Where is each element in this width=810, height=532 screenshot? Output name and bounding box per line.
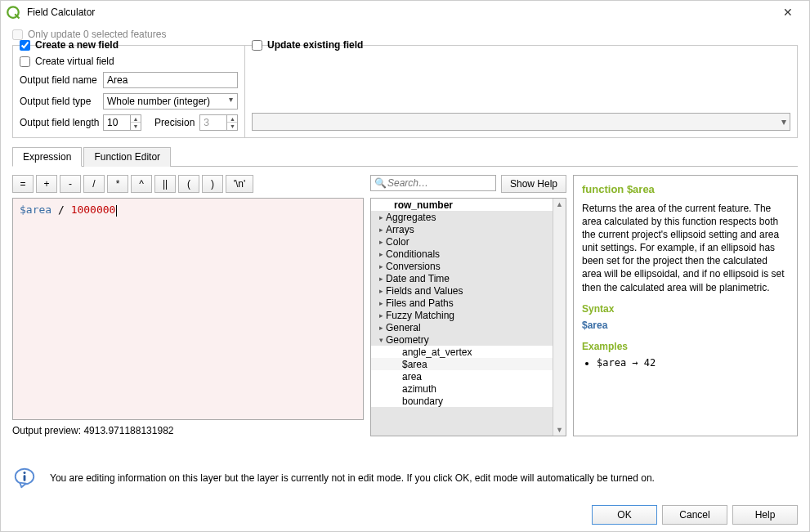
info-icon <box>12 466 37 490</box>
operator-row: = + - / * ^ || ( ) '\n' <box>12 175 364 193</box>
chevron-up-icon[interactable]: ▲ <box>131 115 141 123</box>
tree-item[interactable]: boundary <box>371 395 553 407</box>
update-field-group: Update existing field ▾ <box>244 45 798 138</box>
precision-label: Precision <box>154 117 195 128</box>
tabs: Expression Function Editor <box>12 146 798 167</box>
chevron-down-icon[interactable]: ▼ <box>131 123 141 130</box>
chevron-up-icon[interactable]: ▲ <box>556 200 563 208</box>
tree-item[interactable]: angle_at_vertex <box>371 346 553 358</box>
op-concat[interactable]: || <box>154 175 176 193</box>
output-type-label: Output field type <box>20 96 98 107</box>
output-name-label: Output field name <box>20 74 98 86</box>
expr-var: $area <box>20 203 51 216</box>
tab-expression[interactable]: Expression <box>12 147 82 167</box>
tree-item[interactable]: azimuth <box>371 382 553 395</box>
window-title: Field Calculator <box>24 7 772 18</box>
svg-rect-4 <box>24 475 26 481</box>
help-button[interactable]: Help <box>732 505 798 525</box>
tree-group[interactable]: ▸Fields and Values <box>371 284 553 297</box>
tree-item[interactable]: area <box>371 370 553 382</box>
op-lparen[interactable]: ( <box>178 175 199 193</box>
cancel-button[interactable]: Cancel <box>662 505 727 525</box>
op-div[interactable]: / <box>83 175 105 193</box>
function-tree[interactable]: row_number▸Aggregates▸Arrays▸Color▸Condi… <box>371 199 553 436</box>
create-new-field-label: Create a new field <box>35 39 119 51</box>
chevron-up-icon: ▲ <box>227 115 237 123</box>
output-type-select[interactable]: Whole number (integer) <box>103 93 238 110</box>
op-mul[interactable]: * <box>107 175 128 193</box>
create-virtual-label: Create virtual field <box>35 56 114 67</box>
create-new-field-check[interactable]: Create a new field <box>20 39 238 51</box>
create-field-group: Create a new field Create virtual field … <box>12 45 245 138</box>
close-icon[interactable]: ✕ <box>772 6 804 19</box>
tree-group[interactable]: ▸Conversions <box>371 260 553 272</box>
chevron-down-icon[interactable]: ▼ <box>556 426 563 434</box>
chevron-down-icon: ▼ <box>227 123 237 130</box>
output-length-spin[interactable]: ▲▼ <box>103 114 141 131</box>
precision-spin: ▲▼ <box>199 114 238 131</box>
update-existing-check[interactable]: Update existing field <box>252 39 790 51</box>
ok-button[interactable]: OK <box>592 505 657 525</box>
dialog-buttons: OK Cancel Help <box>1 498 809 531</box>
output-preview: Output preview: 4913.971188131982 <box>12 425 364 436</box>
app-icon <box>6 5 20 20</box>
help-body: Returns the area of the current feature.… <box>582 202 789 294</box>
op-pow[interactable]: ^ <box>131 175 152 193</box>
info-text: You are editing information on this laye… <box>50 472 655 484</box>
help-syntax-value: $area <box>582 319 789 332</box>
output-name-input[interactable] <box>103 72 238 88</box>
tree-group[interactable]: ▸Arrays <box>371 223 553 235</box>
tree-scrollbar[interactable]: ▲▼ <box>553 199 566 436</box>
chevron-down-icon: ▾ <box>781 116 786 127</box>
op-eq[interactable]: = <box>12 175 34 193</box>
expression-editor[interactable]: $area / 1000000 <box>12 198 364 420</box>
tree-item[interactable]: $area <box>371 358 553 370</box>
op-plus[interactable]: + <box>36 175 57 193</box>
op-minus[interactable]: - <box>60 175 81 193</box>
svg-point-3 <box>24 472 26 474</box>
search-icon: 🔍 <box>374 177 387 189</box>
op-newline[interactable]: '\n' <box>226 175 253 193</box>
tree-group[interactable]: ▾Geometry <box>371 333 553 346</box>
help-syntax-heading: Syntax <box>582 302 789 315</box>
expr-op: / <box>51 203 70 216</box>
help-examples-heading: Examples <box>582 340 789 353</box>
tree-group[interactable]: ▸General <box>371 321 553 333</box>
only-update-checkbox: Only update 0 selected features <box>12 29 798 40</box>
tree-group[interactable]: ▸Aggregates <box>371 211 553 223</box>
search-input[interactable] <box>370 175 496 191</box>
tree-group[interactable]: ▸Color <box>371 235 553 248</box>
output-length-label: Output field length <box>20 117 98 128</box>
tab-function-editor[interactable]: Function Editor <box>83 147 171 167</box>
tree-group[interactable]: ▸Conditionals <box>371 248 553 260</box>
help-example: $area → 42 <box>597 356 789 369</box>
help-title: function $area <box>582 182 789 197</box>
op-rparen[interactable]: ) <box>202 175 223 193</box>
update-field-combo: ▾ <box>252 113 790 131</box>
tree-group[interactable]: ▸Date and Time <box>371 272 553 284</box>
create-virtual-check[interactable]: Create virtual field <box>20 56 238 67</box>
tree-group[interactable]: ▸Files and Paths <box>371 297 553 309</box>
update-existing-label: Update existing field <box>267 39 363 51</box>
tree-group[interactable]: ▸Fuzzy Matching <box>371 309 553 321</box>
show-help-button[interactable]: Show Help <box>501 175 566 193</box>
expr-num: 1000000 <box>71 203 116 216</box>
only-update-label: Only update 0 selected features <box>28 29 166 40</box>
titlebar: Field Calculator ✕ <box>1 1 809 24</box>
help-panel: function $area Returns the area of the c… <box>573 175 798 436</box>
